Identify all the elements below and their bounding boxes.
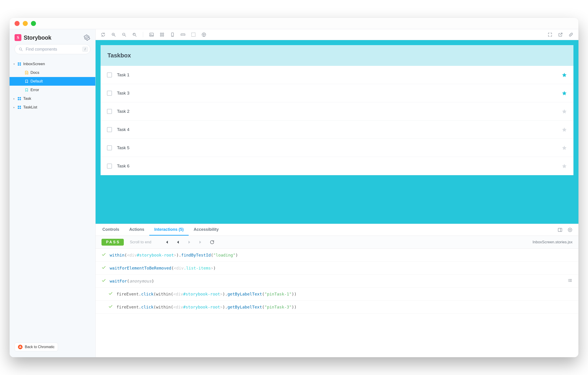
task-checkbox[interactable] (107, 145, 112, 150)
step-forward-button[interactable] (186, 239, 192, 245)
zoom-in-button[interactable] (111, 32, 116, 38)
link-icon (568, 32, 573, 37)
preview-canvas: Taskbox Task 1 Task 3 Task 2 Task 4 (95, 40, 578, 224)
outline-icon (191, 32, 196, 37)
window-titlebar (10, 18, 578, 29)
window-fullscreen-icon[interactable] (31, 21, 36, 26)
search-input[interactable] (25, 47, 80, 52)
search-input-wrapper[interactable]: / (15, 44, 90, 54)
interaction-status-icon (102, 265, 106, 271)
addon-close-button[interactable] (567, 227, 573, 233)
task-pin-button[interactable] (562, 163, 567, 169)
tab-actions[interactable]: Actions (124, 224, 149, 236)
addon-orientation-button[interactable] (557, 227, 563, 233)
task-pin-button[interactable] (562, 127, 567, 132)
interaction-row[interactable]: waitForElementToBeRemoved(<div.list-item… (95, 262, 578, 275)
viewport-button[interactable] (169, 32, 175, 38)
a11y-icon (201, 32, 206, 37)
tab-interactions-5[interactable]: Interactions (5) (149, 224, 189, 236)
component-icon (17, 97, 21, 101)
measure-icon (180, 32, 185, 37)
interaction-row[interactable]: fireEvent.click(within(<div#storybook-ro… (95, 300, 578, 313)
search-shortcut: / (82, 47, 88, 52)
svg-point-44 (21, 347, 21, 348)
taskbox-title: Taskbox (107, 52, 567, 59)
search-icon (18, 47, 23, 52)
task-checkbox[interactable] (107, 109, 112, 114)
tree-item-label: Docs (31, 70, 39, 75)
tab-accessibility[interactable]: Accessibility (189, 224, 224, 236)
star-icon (562, 90, 567, 96)
svg-point-42 (20, 346, 21, 347)
taskbox-header: Taskbox (101, 45, 573, 66)
task-checkbox[interactable] (107, 164, 112, 169)
viewport-icon (170, 32, 175, 37)
list-icon (567, 278, 573, 283)
task-title: Task 6 (117, 164, 556, 169)
tree-item-docs[interactable]: Docs (10, 68, 95, 77)
task-pin-button[interactable] (562, 72, 567, 78)
window-close-icon[interactable] (15, 21, 20, 26)
task-title: Task 1 (117, 72, 556, 77)
interaction-status-icon (102, 252, 106, 258)
star-icon (562, 145, 567, 151)
task-checkbox[interactable] (107, 127, 112, 132)
task-pin-button[interactable] (562, 90, 567, 96)
toolbar-separator (143, 32, 143, 37)
outline-button[interactable] (190, 32, 196, 38)
task-title: Task 5 (117, 145, 556, 150)
status-badge: PASS (102, 239, 124, 246)
expand-interaction-button[interactable] (567, 278, 573, 284)
svg-point-43 (19, 347, 20, 348)
interaction-row[interactable]: waitFor(anonymous) (95, 275, 578, 287)
scroll-to-end-button[interactable]: Scroll to end (130, 240, 151, 244)
tree-item-error[interactable]: Error (10, 86, 95, 94)
next-icon (187, 240, 192, 245)
task-pin-button[interactable] (562, 109, 567, 114)
chromatic-logo-icon (18, 345, 22, 349)
tree-item-inboxscreen[interactable]: ▾InboxScreen (10, 60, 95, 68)
caret-icon: ▸ (13, 97, 15, 100)
app-logo[interactable]: S Storybook (15, 34, 52, 41)
zoom-out-button[interactable] (121, 32, 127, 38)
measure-button[interactable] (180, 32, 186, 38)
open-canvas-button[interactable] (557, 32, 563, 38)
task-checkbox[interactable] (107, 72, 112, 77)
tree-item-default[interactable]: Default (10, 77, 95, 86)
expand-icon (547, 32, 553, 37)
task-pin-button[interactable] (562, 145, 567, 151)
background-button[interactable] (149, 32, 155, 38)
tree-item-label: Default (31, 79, 43, 84)
interaction-row[interactable]: within(<div#storybook-root>).findByTestI… (95, 249, 578, 262)
interaction-code: within(<div#storybook-root>).findByTestI… (110, 253, 238, 257)
back-to-chromatic-button[interactable]: Back to Chromatic (15, 343, 58, 351)
window-minimize-icon[interactable] (23, 21, 28, 26)
copy-link-button[interactable] (568, 32, 574, 38)
task-row: Task 3 (101, 84, 573, 102)
replay-button[interactable] (209, 239, 215, 245)
fullscreen-button[interactable] (547, 32, 553, 38)
interaction-controls: PASS Scroll to end InboxScreen.stories.j… (95, 236, 578, 249)
interaction-row[interactable]: fireEvent.click(within(<div#storybook-ro… (95, 287, 578, 300)
task-row: Task 5 (101, 139, 573, 157)
docs-icon (25, 71, 29, 75)
zoom-reset-button[interactable] (132, 32, 137, 38)
go-to-end-button[interactable] (198, 239, 204, 245)
grid-button[interactable] (159, 32, 165, 38)
task-title: Task 4 (117, 127, 556, 132)
settings-button[interactable] (84, 34, 90, 41)
back-to-chromatic-label: Back to Chromatic (25, 345, 55, 349)
tab-controls[interactable]: Controls (97, 224, 124, 236)
caret-icon: ▾ (13, 62, 15, 66)
star-icon (562, 163, 567, 169)
skip-back-icon (164, 240, 169, 245)
star-icon (562, 127, 567, 132)
go-to-start-button[interactable] (164, 239, 169, 245)
tree-item-task[interactable]: ▸Task (10, 94, 95, 103)
step-back-button[interactable] (175, 239, 181, 245)
tree-item-tasklist[interactable]: ▸TaskList (10, 103, 95, 112)
app-name: Storybook (24, 34, 52, 41)
remount-button[interactable] (100, 32, 106, 38)
task-checkbox[interactable] (107, 91, 112, 96)
a11y-button[interactable] (201, 32, 207, 38)
